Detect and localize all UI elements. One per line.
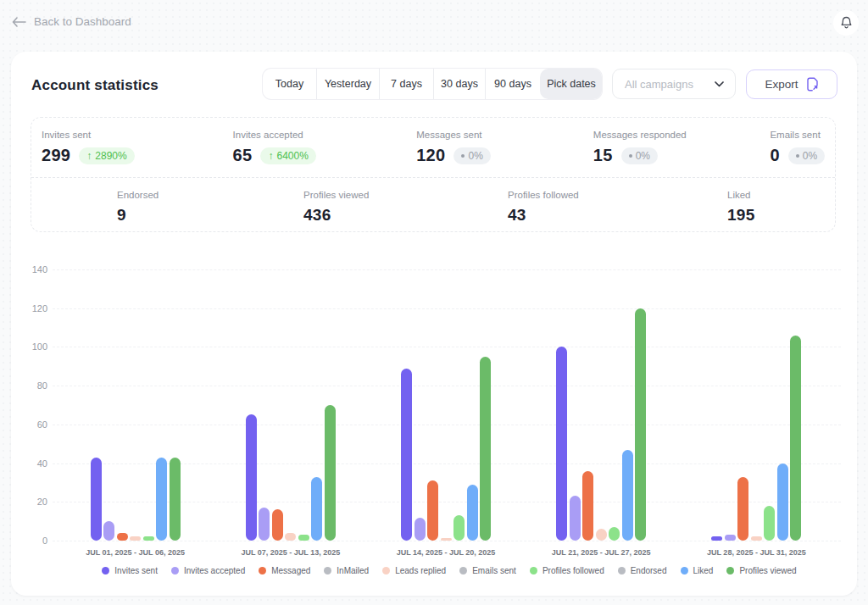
bar-liked	[777, 463, 788, 541]
bar-messaged	[427, 480, 438, 541]
bar-messaged	[117, 533, 128, 541]
bar-leads-replied	[285, 533, 296, 541]
x-axis-label: JUL 14, 2025 - JUL 20, 2025	[368, 548, 523, 557]
filter-yesterday[interactable]: Yesterday	[316, 69, 379, 99]
stat-value: 436	[303, 206, 331, 225]
stat-value: 43	[508, 206, 526, 225]
up-arrow-icon: ↑	[268, 150, 273, 162]
legend-dot-icon	[382, 567, 390, 574]
legend-dot-icon	[102, 567, 109, 574]
bar-profiles-followed	[298, 535, 309, 541]
grid-line	[53, 386, 841, 386]
filter-30-days[interactable]: 30 days	[433, 69, 485, 99]
campaigns-select[interactable]: All campaigns	[612, 69, 736, 99]
y-axis-label: 20	[11, 497, 47, 507]
bar-group: JUL 28, 2025 - JUL 31, 2025	[679, 269, 834, 541]
legend-dot-icon	[618, 567, 626, 574]
y-axis-label: 80	[11, 380, 47, 391]
legend-dot-icon	[726, 567, 734, 574]
stat-label: Profiles viewed	[303, 190, 433, 200]
legend-item-profiles-viewed: Profiles viewed	[726, 566, 796, 575]
legend-label: InMailed	[337, 566, 369, 575]
bar-invites-sent	[246, 414, 257, 541]
legend-item-liked: Liked	[681, 566, 714, 575]
bar-invites-accepted	[415, 518, 426, 541]
bar-messaged	[272, 509, 283, 541]
bell-icon	[840, 16, 853, 30]
stat-messages-responded: Messages responded150%	[514, 118, 675, 177]
y-axis-label: 100	[11, 341, 47, 352]
filter-7-days[interactable]: 7 days	[379, 69, 433, 99]
stat-profiles-followed: Profiles followed43	[433, 178, 634, 232]
bar-leads-replied	[130, 536, 141, 541]
bar-profiles-followed	[143, 536, 154, 541]
bar-invites-sent	[91, 458, 102, 541]
legend-dot-icon	[530, 567, 537, 574]
y-axis-label: 140	[11, 264, 47, 275]
stats-row-1: Invites sent299↑2890%Invites accepted65↑…	[31, 118, 835, 178]
stat-label: Emails sent	[770, 130, 835, 140]
grid-line	[53, 541, 841, 541]
legend-label: Invites accepted	[184, 566, 245, 575]
stat-label: Invites accepted	[233, 130, 353, 140]
stat-label: Invites sent	[42, 130, 192, 140]
stat-delta-badge: 0%	[788, 147, 825, 164]
bar-profiles-viewed	[790, 336, 801, 541]
bar-profiles-followed	[453, 515, 465, 541]
bar-group: JUL 07, 2025 - JUL 13, 2025	[213, 269, 368, 541]
page-title: Account statistics	[31, 77, 159, 94]
legend-label: Profiles viewed	[739, 566, 796, 575]
back-arrow-icon	[12, 17, 26, 27]
legend-dot-icon	[459, 567, 467, 574]
stat-messages-sent: Messages sent1200%	[353, 118, 514, 177]
bar-liked	[467, 485, 478, 541]
legend-label: Leads replied	[395, 566, 446, 575]
legend-item-profiles-followed: Profiles followed	[530, 566, 604, 575]
back-label: Back to Dashboard	[34, 15, 131, 28]
y-axis-label: 40	[11, 458, 47, 469]
bar-profiles-followed	[609, 527, 620, 541]
bar-leads-replied	[441, 538, 452, 541]
legend-label: Emails sent	[472, 566, 516, 575]
x-axis-label: JUL 28, 2025 - JUL 31, 2025	[679, 548, 834, 557]
chart-groups: JUL 01, 2025 - JUL 06, 2025JUL 07, 2025 …	[58, 269, 834, 541]
stat-label: Liked	[727, 190, 835, 200]
back-to-dashboard-link[interactable]: Back to Dashboard	[12, 15, 131, 28]
bar-invites-sent	[556, 347, 567, 541]
stat-value: 15	[593, 146, 613, 165]
stat-value: 195	[727, 206, 755, 225]
export-icon	[806, 77, 819, 92]
stat-value: 120	[416, 146, 445, 165]
bar-group: JUL 14, 2025 - JUL 20, 2025	[368, 269, 523, 541]
filter-pick-dates[interactable]: Pick dates	[540, 69, 602, 99]
bar-leads-replied	[596, 529, 607, 541]
stat-invites-accepted: Invites accepted65↑6400%	[192, 118, 353, 177]
account-statistics-card: Account statistics TodayYesterday7 days3…	[11, 52, 857, 596]
stat-emails-sent: Emails sent00%	[674, 118, 835, 177]
chart-legend: Invites sentInvites acceptedMessagedInMa…	[42, 566, 857, 575]
stat-label: Profiles followed	[508, 190, 634, 200]
bar-profiles-followed	[764, 506, 775, 541]
filter-today[interactable]: Today	[263, 69, 316, 99]
legend-item-endorsed: Endorsed	[618, 566, 667, 575]
legend-dot-icon	[324, 567, 331, 574]
y-axis-label: 60	[11, 419, 47, 430]
bar-invites-accepted	[103, 521, 114, 541]
stat-label: Messages responded	[593, 130, 675, 140]
stat-delta-badge: ↑6400%	[260, 147, 315, 164]
filter-90-days[interactable]: 90 days	[485, 69, 540, 99]
legend-dot-icon	[171, 567, 179, 574]
bar-messaged	[582, 471, 593, 541]
campaigns-select-value: All campaigns	[625, 78, 693, 91]
export-button[interactable]: Export	[746, 69, 837, 99]
bar-liked	[622, 450, 633, 541]
bar-invites-sent	[711, 536, 722, 541]
legend-label: Invites sent	[114, 566, 158, 575]
stat-label: Endorsed	[117, 190, 232, 200]
legend-label: Endorsed	[631, 566, 667, 575]
stat-value: 0	[770, 146, 779, 165]
notifications-button[interactable]	[833, 10, 859, 36]
legend-item-emails-sent: Emails sent	[459, 566, 516, 575]
bar-group: JUL 01, 2025 - JUL 06, 2025	[58, 269, 213, 541]
legend-label: Messaged	[271, 566, 310, 575]
